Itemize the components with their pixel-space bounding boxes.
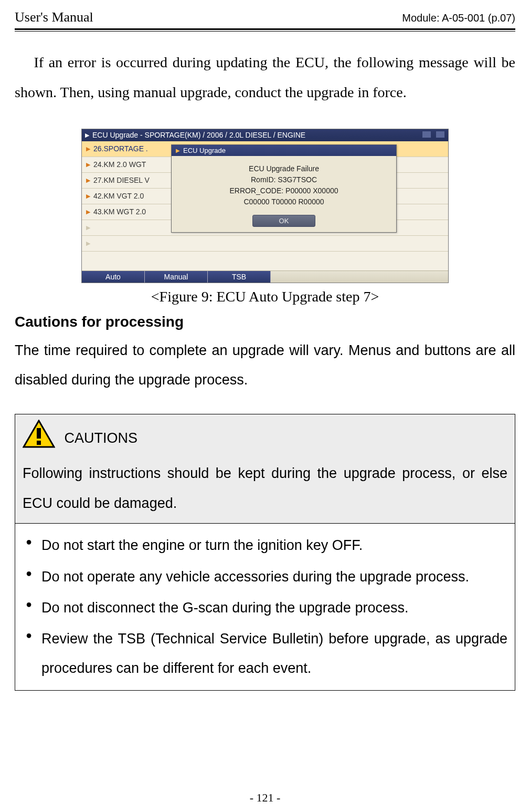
caution-table: CAUTIONS Following instructions should b… [15, 414, 515, 691]
triangle-icon: ▶ [86, 161, 90, 168]
triangle-icon: ▶ [86, 209, 90, 215]
cautions-label: CAUTIONS [65, 430, 138, 446]
triangle-icon: ▶ [85, 132, 89, 139]
intro-paragraph: If an error is occurred during updating … [15, 47, 515, 108]
figure-caption: <Figure 9: ECU Auto Upgrade step 7> [15, 288, 515, 305]
triangle-icon: ▶ [86, 240, 90, 247]
dialog-line: C00000 T00000 R00000 [177, 196, 391, 207]
cautions-heading: Cautions for processing [15, 314, 515, 330]
page-footer: - 121 - [0, 791, 530, 805]
list-item-label: 24.KM 2.0 WGT [93, 160, 146, 169]
triangle-icon: ▶ [86, 145, 90, 152]
header-left: User's Manual [15, 9, 93, 25]
tab-manual[interactable]: Manual [145, 271, 208, 283]
bottom-tabs: Auto Manual TSB [82, 270, 448, 283]
list-item-label: 43.KM WGT 2.0 [93, 207, 146, 216]
triangle-icon: ▶ [86, 193, 90, 200]
header-rule-thick [15, 28, 515, 30]
list-item-label: 26.SPORTAGE . [93, 144, 148, 153]
triangle-icon: ▶ [176, 148, 180, 153]
caution-list-cell: Do not start the engine or turn the igni… [15, 524, 515, 691]
titlebar-icon-1[interactable] [422, 131, 431, 138]
triangle-icon: ▶ [86, 177, 90, 184]
ok-button[interactable]: OK [252, 215, 315, 227]
header-right: Module: A-05-001 (p.07) [402, 12, 515, 24]
svg-rect-1 [37, 428, 41, 439]
caution-top-cell: CAUTIONS Following instructions should b… [15, 414, 515, 524]
dialog-titlebar: ▶ ECU Upgrade [172, 145, 396, 156]
caution-item: Do not start the engine or turn the igni… [23, 531, 507, 560]
svg-rect-2 [37, 441, 41, 445]
screenshot-title-text: ECU Upgrade - SPORTAGE(KM) / 2006 / 2.0L… [92, 131, 305, 139]
dialog-line: ECU Upgrade Failure [177, 163, 391, 174]
dialog-body: ECU Upgrade Failure RomID: S3G7TSOC ERRO… [172, 156, 396, 213]
dialog-line: RomID: S3G7TSOC [177, 174, 391, 185]
page-header: User's Manual Module: A-05-001 (p.07) [15, 9, 515, 25]
cautions-intro: Following instructions should be kept du… [23, 459, 507, 518]
caution-item: Do not operate any vehicle accessories d… [23, 563, 507, 591]
titlebar-icons [420, 131, 445, 140]
tab-auto[interactable]: Auto [82, 271, 145, 283]
cautions-paragraph: The time required to complete an upgrade… [15, 336, 515, 395]
header-rule-thin [15, 31, 515, 32]
tab-tsb[interactable]: TSB [208, 271, 271, 283]
warning-icon [23, 420, 55, 459]
error-dialog: ▶ ECU Upgrade ECU Upgrade Failure RomID:… [171, 144, 397, 233]
embedded-screenshot: ▶ ECU Upgrade - SPORTAGE(KM) / 2006 / 2.… [81, 129, 449, 283]
list-item-empty: ▶. [82, 236, 448, 252]
dialog-title-text: ECU Upgrade [183, 147, 226, 154]
list-item-label: 27.KM DIESEL V [93, 176, 150, 184]
caution-item: Do not disconnect the G-scan during the … [23, 594, 507, 622]
dialog-line: ERROR_CODE: P00000 X00000 [177, 185, 391, 196]
triangle-icon: ▶ [86, 224, 90, 231]
tab-filler [271, 271, 448, 283]
caution-item: Review the TSB (Technical Service Bullet… [23, 624, 507, 683]
screenshot-titlebar: ▶ ECU Upgrade - SPORTAGE(KM) / 2006 / 2.… [82, 129, 448, 141]
titlebar-icon-2[interactable] [436, 131, 445, 138]
list-item-label: 42.KM VGT 2.0 [93, 192, 144, 200]
